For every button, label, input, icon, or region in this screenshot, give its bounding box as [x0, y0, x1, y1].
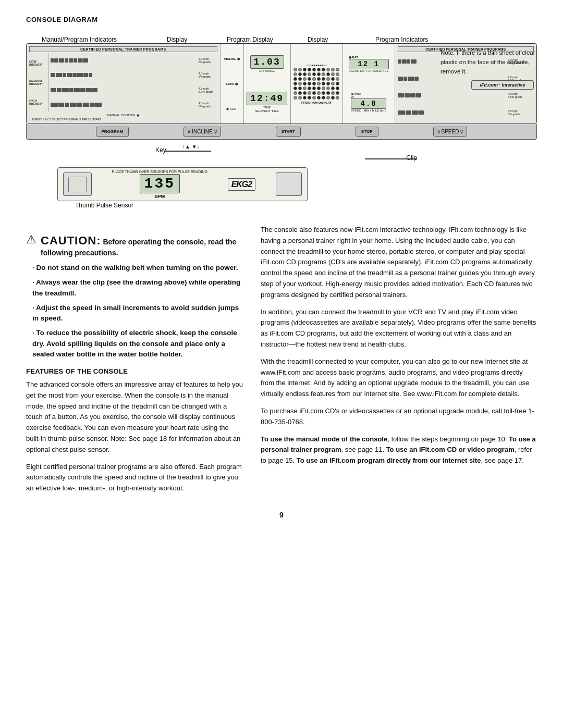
- caution-item-1: Do not stand on the walking belt when tu…: [26, 263, 245, 273]
- time-display-group: 12:49 TIME SEGMENT TIME: [247, 92, 287, 113]
- speed-label-3: 4.5 mph5.0% grade: [199, 87, 217, 93]
- thumb-sensor-icon: [68, 177, 87, 192]
- stop-button[interactable]: STOP: [356, 127, 378, 137]
- label-program-display: Program Display: [227, 36, 273, 43]
- incline-down-icon: ∧: [187, 129, 191, 134]
- clip-box: [276, 172, 302, 196]
- caution-item-3: Adjust the speed in small increments to …: [26, 303, 245, 324]
- laps-row: LAPS ◉: [222, 82, 242, 85]
- label-manual-program: Manual/Program Indicators: [42, 36, 117, 43]
- pulse-display-area: PLACE THUMB OVER SENSORS FOR PULSE READI…: [112, 170, 207, 199]
- console-left-panel: CERTIFIED PERSONAL TRAINER PROGRAMS LOWI…: [27, 44, 221, 124]
- console-section: CONSOLE DIAGRAM Manual/Program Indicator…: [26, 16, 537, 214]
- ifit-logo-area: iFit.com · Interactive: [471, 80, 534, 90]
- right-column: The console also features new iFit.com i…: [261, 225, 537, 500]
- speed-button[interactable]: ∧ SPEED ∨: [433, 127, 468, 137]
- features-para-2: Eight certified personal trainer program…: [26, 462, 245, 494]
- program-display-panel: ○○○●●●●●●○○ PROGRAM: [291, 44, 343, 124]
- speed-label: SPEED: [351, 109, 361, 112]
- right-para-4: To purchase iFit.com CD's or videocasset…: [261, 406, 537, 428]
- right-para-5: To use the manual mode of the console, f…: [261, 434, 537, 466]
- caution-header: ⚠ CAUTION: Before operating the console,…: [26, 234, 245, 258]
- distance-label: DISTANCE: [250, 69, 284, 72]
- ekg-logo: EKG2: [228, 178, 256, 191]
- hardware-diagram: Key Clip Pulse Display Thumb Pulse Senso…: [26, 144, 537, 214]
- thumb-sensor-box: [63, 172, 92, 196]
- incline-button[interactable]: ∧ INCLINE ∨: [183, 127, 221, 137]
- caution-triangle-icon: ⚠: [26, 234, 36, 245]
- speed-group: ◉ MIN/W 4.8 SPEED MIN / MILE (km): [351, 92, 386, 112]
- caution-list: Do not stand on the walking belt when tu…: [26, 263, 245, 360]
- program-lines: LOWINTENSITY MEDIUMINTENSITY HIGHINTENSI…: [29, 53, 217, 112]
- features-para-1: The advanced console offers an impressiv…: [26, 379, 245, 455]
- speed-up-icon: ∨: [460, 129, 463, 134]
- cal-labels-row: CALORIES FAT CALORIES: [349, 69, 389, 72]
- caution-section: ⚠ CAUTION: Before operating the console,…: [26, 234, 245, 360]
- bpm-label: BPM: [154, 194, 165, 199]
- incline-row: INCLINE ◉: [222, 57, 242, 60]
- intensity-low: LOWINTENSITY: [29, 60, 47, 66]
- ifit-logo: iFit.com · Interactive: [473, 82, 532, 88]
- bar-row-3: [51, 88, 196, 92]
- console-note: Note: If there is a thin sheet of clear …: [440, 48, 542, 76]
- speed-label: SPEED: [442, 129, 459, 134]
- program-button[interactable]: PROGRAM: [96, 127, 129, 137]
- bar-row-2: [51, 73, 196, 77]
- calories-speed-panel: ◉ EAT 12 1 CALORIES FAT CALORIES ◉ MIN/W…: [343, 44, 395, 124]
- segment-time-label: SEGMENT TIME: [247, 109, 287, 113]
- pulse-sublabel: PLACE THUMB OVER SENSORS FOR PULSE READI…: [112, 170, 207, 174]
- speed-display: 4.8: [351, 98, 386, 109]
- clip-line: [365, 158, 417, 159]
- left-column: ⚠ CAUTION: Before operating the console,…: [26, 225, 245, 500]
- features-heading: FEATURES OF THE CONSOLE: [26, 367, 245, 375]
- pulse-strip: PLACE THUMB OVER SENSORS FOR PULSE READI…: [57, 167, 308, 201]
- console-diagram-title: CONSOLE DIAGRAM: [26, 16, 537, 23]
- console-wrapper: CERTIFIED PERSONAL TRAINER PROGRAMS LOWI…: [26, 43, 537, 140]
- start-button[interactable]: START: [276, 127, 301, 137]
- prog-display-top-label: ○○○●●●●●●○○: [306, 64, 327, 67]
- console-labels-row: Manual/Program Indicators Display Progra…: [26, 28, 537, 43]
- dot-matrix-grid: [293, 68, 340, 100]
- buttons-row: PROGRAM ∧ INCLINE ∨ START STOP ∧ SPEED ∨: [26, 124, 537, 140]
- speed-labels-row: SPEED MIN / MILE (km): [351, 109, 386, 112]
- speed-down-icon: ∧: [437, 129, 440, 134]
- eat-label: ◉ EAT: [349, 55, 389, 59]
- time-display: 12:49: [247, 92, 287, 105]
- calories-display: 12 1: [349, 59, 389, 69]
- incline-laps-panel: INCLINE ◉ LAPS ◉ ◉ SEG.: [221, 44, 244, 124]
- min-w-label: ◉ MIN/W: [351, 92, 386, 98]
- distance-display-group: 1.03 DISTANCE: [250, 55, 284, 72]
- time-label: TIME: [247, 106, 287, 109]
- bar-row-1: [51, 58, 196, 63]
- label-program-indicators: Program Indicators: [375, 36, 428, 43]
- label-display1: Display: [167, 36, 187, 43]
- clip-label: Clip: [406, 154, 417, 162]
- time-distance-panel: 1.03 DISTANCE 12:49 TIME SEGMENT TIME: [244, 44, 291, 124]
- fat-cal-label: FAT CALORIES: [366, 69, 388, 72]
- prog-display-bottom-label: PROGRAM DISPLAY: [301, 101, 332, 104]
- right-para-1: The console also features new iFit.com i…: [261, 225, 537, 301]
- caution-text-block: CAUTION: Before operating the console, r…: [41, 234, 245, 258]
- intensity-high: HIGHINTENSITY: [29, 99, 47, 105]
- caution-word: CAUTION:: [41, 234, 101, 247]
- speed-label-4: 4.5 mph8% grade: [199, 102, 217, 108]
- certified-programs-label: CERTIFIED PERSONAL TRAINER PROGRAMS: [29, 46, 217, 52]
- key-label: Key: [155, 146, 166, 154]
- min-mile-label: MIN / MILE (km): [363, 109, 386, 112]
- bar-row-4: [51, 103, 196, 107]
- manual-control-label: MANUAL CONTROL ◉: [29, 113, 217, 117]
- right-para-3: With the treadmill connected to your com…: [261, 356, 537, 400]
- caution-item-4: To reduce the possibility of electric sh…: [26, 328, 245, 360]
- program-bars: [49, 53, 198, 112]
- intensity-medium: MEDIUMINTENSITY: [29, 79, 47, 85]
- caution-item-2: Always wear the clip (see the drawing ab…: [26, 277, 245, 299]
- program-intensity: LOWINTENSITY MEDIUMINTENSITY HIGHINTENSI…: [29, 53, 49, 112]
- speed-label-1: 4.0 mph8% grade: [199, 57, 217, 64]
- main-content: ⚠ CAUTION: Before operating the console,…: [26, 225, 537, 500]
- speed-label-2: 4.0 mph6% grade: [199, 72, 217, 78]
- insert-key-label: 1 INSERT KEY 2 SELECT PROGRAM 3 PRESS ST…: [29, 118, 217, 121]
- page-number: 9: [26, 511, 537, 519]
- pulse-number-display: 135: [140, 174, 180, 193]
- incline-up-icon: ∨: [214, 129, 217, 134]
- speed-labels: 4.0 mph8% grade 4.0 mph6% grade 4.5 mph5…: [198, 53, 217, 112]
